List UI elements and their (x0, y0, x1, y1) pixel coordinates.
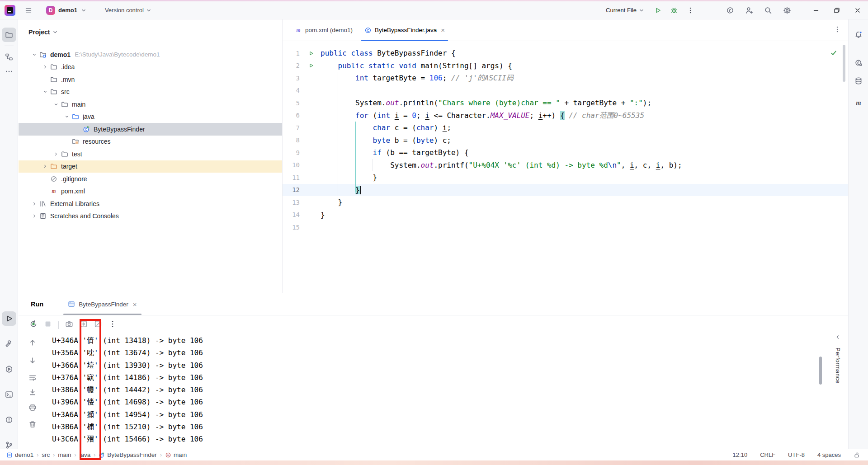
debug-button[interactable] (667, 4, 681, 17)
main-menu-button[interactable] (22, 4, 35, 17)
editor-scrollbar[interactable] (843, 45, 845, 82)
clear-console-button[interactable] (28, 420, 37, 430)
soft-wrap-button[interactable] (28, 374, 37, 384)
project-tool[interactable] (2, 28, 16, 42)
tree-toggle[interactable] (52, 151, 60, 157)
tree-item--mvn[interactable]: .mvn (19, 73, 282, 86)
status-item[interactable]: UTF-8 (788, 451, 805, 458)
code-line-5[interactable]: 5 System.out.println("Chars where (byte)… (283, 97, 848, 109)
ai-assistant-tool[interactable] (851, 56, 866, 70)
search-everywhere-button[interactable] (761, 4, 775, 17)
code-line-3[interactable]: 3 int targetByte = 106; // 'j'的ASCII码 (283, 72, 848, 85)
database-tool[interactable] (851, 74, 866, 88)
run-line-icon[interactable] (305, 63, 317, 68)
notifications-tool[interactable] (851, 28, 866, 42)
tree-item-target[interactable]: target (19, 160, 282, 173)
code-line-6[interactable]: 6 for (int i = 0; i <= Character.MAX_VAL… (283, 109, 848, 122)
tree-toggle[interactable] (63, 114, 71, 119)
code-line-9[interactable]: 9 if (b == targetByte) { (283, 146, 848, 159)
breadcrumb-demo1[interactable]: demo1 (6, 451, 33, 458)
code-line-15[interactable]: 15 (283, 221, 848, 234)
code-editor[interactable]: 1public class ByteBypassFinder {2 public… (283, 47, 848, 234)
inspections-ok-icon[interactable] (830, 49, 837, 56)
tree-item-main[interactable]: main (19, 98, 282, 111)
tab-bytebypassfinder-java[interactable]: C ByteBypassFinder.java × (359, 19, 451, 41)
tree-item-java[interactable]: java (19, 111, 282, 123)
rerun-icon (29, 320, 38, 328)
tree-item--idea[interactable]: .idea (19, 61, 282, 74)
code-line-13[interactable]: 13 } (283, 196, 848, 209)
settings-button[interactable] (780, 4, 794, 17)
maximize-restore-button[interactable] (826, 2, 847, 19)
ai-prompt-button[interactable] (723, 4, 737, 17)
tree-item-test[interactable]: test (19, 148, 282, 160)
performance-tab[interactable]: Performance (835, 348, 841, 384)
run-tool[interactable] (2, 311, 16, 326)
chevron-left-icon[interactable] (835, 334, 841, 340)
tree-toggle[interactable] (41, 164, 49, 169)
terminal-tool[interactable] (2, 387, 16, 402)
tree-toggle[interactable] (30, 52, 38, 57)
print-console-button[interactable] (28, 404, 37, 413)
thread-dump-button[interactable] (65, 320, 73, 330)
close-button[interactable] (847, 2, 868, 19)
scroll-to-end-button[interactable] (28, 388, 37, 398)
console-scrollbar[interactable] (819, 357, 822, 385)
status-item[interactable]: CRLF (760, 451, 775, 458)
status-item[interactable]: 12:10 (733, 451, 748, 458)
maven-tool[interactable]: m (851, 95, 866, 110)
code-line-8[interactable]: 8 byte b = (byte) c; (283, 134, 848, 147)
minimize-button[interactable] (806, 2, 826, 19)
tree-toggle[interactable] (52, 102, 60, 107)
more-actions-button[interactable] (684, 4, 697, 17)
more-options-button[interactable] (108, 320, 117, 330)
code-line-11[interactable]: 11 } (283, 171, 848, 184)
close-tab-icon[interactable]: × (441, 26, 445, 34)
code-with-me-button[interactable] (742, 4, 756, 17)
breadcrumb-main[interactable]: main (58, 451, 71, 458)
tree-toggle[interactable] (41, 64, 49, 70)
project-panel-header[interactable]: Project (19, 19, 282, 36)
tree-item-scratches-and-consoles[interactable]: Scratches and Consoles (19, 210, 282, 223)
code-line-14[interactable]: 14} (283, 209, 848, 221)
rerun-button[interactable] (29, 320, 38, 330)
breadcrumb-bytebypassfinder[interactable]: CByteBypassFinder (99, 451, 157, 458)
tree-item-bytebypassfinder[interactable]: CByteBypassFinder (19, 123, 282, 136)
stop-button[interactable] (44, 320, 52, 330)
next-occurrence-button[interactable] (28, 357, 37, 366)
tree-toggle[interactable] (30, 213, 38, 219)
build-tool[interactable] (2, 337, 16, 351)
vcs-widget[interactable]: Version control (105, 7, 152, 14)
structure-tool[interactable] (2, 50, 16, 64)
breadcrumb-src[interactable]: src (42, 451, 50, 458)
code-line-2[interactable]: 2 public static void main(String[] args)… (283, 60, 848, 72)
code-line-12[interactable]: 12 } (283, 184, 848, 197)
tree-item-src[interactable]: src (19, 86, 282, 99)
more-tool-windows[interactable] (2, 64, 16, 79)
tree-item-resources[interactable]: resources (19, 136, 282, 148)
code-line-1[interactable]: 1public class ByteBypassFinder { (283, 47, 848, 60)
tree-toggle[interactable] (30, 201, 38, 207)
code-line-4[interactable]: 4 (283, 85, 848, 97)
tree-item-demo1[interactable]: demo1E:\Study\Java\Bytecode\demo1 (19, 48, 282, 61)
project-widget[interactable]: D demo1 (46, 6, 87, 15)
services-tool[interactable] (2, 362, 16, 376)
code-line-10[interactable]: 10 System.out.printf("U+%04X '%c' (int %… (283, 159, 848, 172)
run-button[interactable] (651, 4, 665, 17)
problems-tool[interactable] (2, 413, 16, 427)
tab-options-icon[interactable] (834, 26, 841, 33)
run-console-tab[interactable]: ByteBypassFinder × (63, 293, 141, 315)
run-line-icon[interactable] (305, 51, 317, 56)
tab-pom-xml[interactable]: m pom.xml (demo1) (289, 19, 359, 41)
code-line-7[interactable]: 7 char c = (char) i; (283, 122, 848, 134)
breadcrumb-main[interactable]: mmain (165, 451, 187, 458)
status-item[interactable]: 4 spaces (817, 451, 841, 458)
console-output[interactable]: U+346A '㑪' (int 13418) -> byte 106U+356A… (52, 334, 798, 446)
tree-item--gitignore[interactable]: .gitignore (19, 173, 282, 185)
run-configuration-selector[interactable]: Current File (606, 7, 645, 14)
tree-toggle[interactable] (41, 89, 49, 94)
close-tab-icon[interactable]: × (133, 301, 137, 308)
tree-item-external-libraries[interactable]: External Libraries (19, 197, 282, 210)
tree-item-pom-xml[interactable]: mpom.xml (19, 185, 282, 198)
prev-occurrence-button[interactable] (28, 338, 37, 348)
